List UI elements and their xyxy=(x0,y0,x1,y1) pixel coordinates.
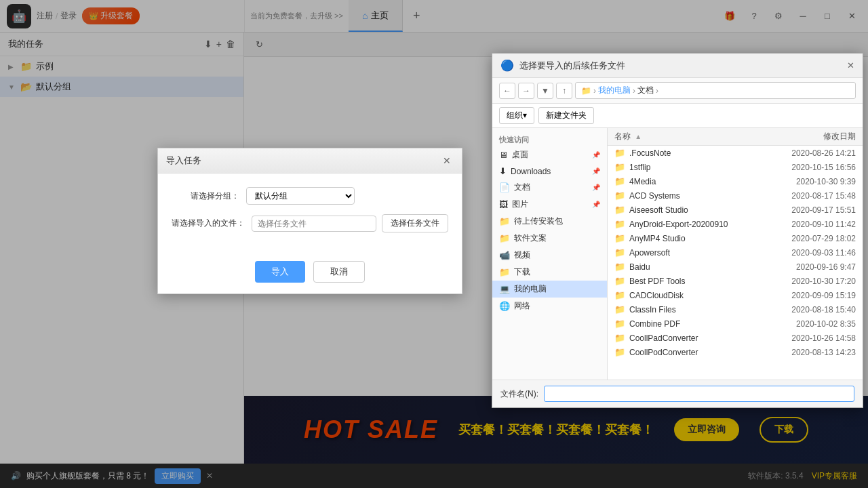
pending-icon: 📁 xyxy=(499,216,510,226)
fb-footer: 文件名(N): xyxy=(492,380,863,407)
file-row[interactable]: 📁 Aiseesoft Studio 2020-09-17 15:51 xyxy=(608,203,863,217)
documents-label: 文档 xyxy=(514,182,530,193)
pictures-label: 图片 xyxy=(512,199,528,210)
file-row[interactable]: 📁 CoollPodConverter 2020-08-13 14:23 xyxy=(608,345,863,359)
folder-icon: 📁 xyxy=(614,276,625,286)
fb-dropdown-button[interactable]: ▼ xyxy=(537,83,553,99)
fb-sidebar-desktop[interactable]: 🖥 桌面 📌 xyxy=(492,146,607,163)
videos-label: 视频 xyxy=(514,249,530,261)
fb-title: 选择要导入的后续任务文件 xyxy=(519,60,842,72)
file-row[interactable]: 📁 Baidu 2020-09-16 9:47 xyxy=(608,260,863,274)
pin-icon-4: 📌 xyxy=(592,201,600,208)
group-label: 请选择分组： xyxy=(172,190,239,202)
import-dialog-footer: 导入 取消 xyxy=(158,256,462,293)
fb-app-icon: 🔵 xyxy=(500,59,514,72)
file-row[interactable]: 📁 Apowersoft 2020-09-03 11:46 xyxy=(608,245,863,260)
col-name-text: 名称 xyxy=(614,131,631,141)
fb-sidebar-videos[interactable]: 📹 视频 xyxy=(492,247,607,264)
fb-back-button[interactable]: ← xyxy=(499,83,515,99)
fb-sidebar-network[interactable]: 🌐 网络 xyxy=(492,298,607,314)
choose-file-button[interactable]: 选择任务文件 xyxy=(382,214,448,232)
file-input[interactable] xyxy=(252,216,376,232)
file-row[interactable]: 📁 AnyMP4 Studio 2020-07-29 18:02 xyxy=(608,231,863,245)
import-dialog-close[interactable]: ✕ xyxy=(440,154,454,167)
fb-main: 快速访问 🖥 桌面 📌 ⬇ Downloads 📌 📄 文档 📌 🖼 图片 📌 xyxy=(492,128,863,380)
cancel-button[interactable]: 取消 xyxy=(313,261,365,283)
group-select[interactable]: 默认分组 xyxy=(246,187,355,205)
file-date: 2020-10-26 14:58 xyxy=(761,333,856,343)
filename-label: 文件名(N): xyxy=(500,388,538,400)
folder-icon: 📁 xyxy=(614,176,625,186)
import-button[interactable]: 导入 xyxy=(255,261,305,283)
folder-icon: 📁 xyxy=(614,290,625,300)
filename-input[interactable] xyxy=(544,386,854,402)
fb-sidebar: 快速访问 🖥 桌面 📌 ⬇ Downloads 📌 📄 文档 📌 🖼 图片 📌 xyxy=(492,128,608,380)
fb-up-button[interactable]: ↑ xyxy=(556,83,572,99)
file-list: 📁 .FocusNote 2020-08-26 14:21 📁 1stflip … xyxy=(608,146,863,359)
folder-icon: 📁 xyxy=(614,148,625,158)
fb-forward-button[interactable]: → xyxy=(518,83,534,99)
file-row[interactable]: 📁 Combine PDF 2020-10-02 8:35 xyxy=(608,317,863,331)
file-row[interactable]: 📁 4Media 2020-10-30 9:39 xyxy=(608,174,863,188)
file-name: .FocusNote xyxy=(629,148,757,158)
file-date: 2020-08-26 14:21 xyxy=(761,148,856,158)
fb-sep1: › xyxy=(593,86,596,96)
folder-icon: 📁 xyxy=(614,205,625,215)
file-row[interactable]: 📁 1stflip 2020-10-15 16:56 xyxy=(608,160,863,174)
fb-sidebar-software-copy[interactable]: 📁 软件文案 xyxy=(492,230,607,247)
fb-new-folder-button[interactable]: 新建文件夹 xyxy=(538,107,594,124)
fb-sep2: › xyxy=(633,86,635,96)
fb-breadcrumb-home[interactable]: 📁 xyxy=(581,86,591,96)
fb-sidebar-downloads[interactable]: ⬇ Downloads 📌 xyxy=(492,163,607,179)
import-dialog: 导入任务 ✕ 请选择分组： 默认分组 请选择导入的文件： 选择任务文件 导入 取… xyxy=(157,148,462,294)
fb-sidebar-pending-install[interactable]: 📁 待上传安装包 xyxy=(492,213,607,230)
file-date: 2020-07-29 18:02 xyxy=(761,234,856,243)
fb-sidebar-dl[interactable]: 📁 下载 xyxy=(492,264,607,281)
file-date: 2020-09-03 11:46 xyxy=(761,248,856,258)
file-name: AnyMP4 Studio xyxy=(629,234,757,243)
file-name: Best PDF Tools xyxy=(629,277,757,286)
file-date: 2020-10-02 8:35 xyxy=(761,319,856,329)
folder-icon: 📁 xyxy=(614,162,625,172)
folder-icon: 📁 xyxy=(614,333,625,343)
group-select-row: 请选择分组： 默认分组 xyxy=(172,187,448,205)
file-row[interactable]: 📁 .FocusNote 2020-08-26 14:21 xyxy=(608,146,863,160)
file-name: 1stflip xyxy=(629,163,757,172)
copy-label: 软件文案 xyxy=(514,232,547,244)
file-name: CoollPadConverter xyxy=(629,333,757,343)
fb-breadcrumb-docs: 文档 xyxy=(637,85,654,96)
import-dialog-title: 导入任务 xyxy=(166,155,201,167)
file-name: CoollPodConverter xyxy=(629,348,757,357)
file-row[interactable]: 📁 ClassIn Files 2020-08-18 15:40 xyxy=(608,302,863,317)
file-name: ClassIn Files xyxy=(629,305,757,314)
file-row[interactable]: 📁 CoollPadConverter 2020-10-26 14:58 xyxy=(608,331,863,345)
mypc-icon: 💻 xyxy=(499,284,510,294)
fb-sidebar-documents[interactable]: 📄 文档 📌 xyxy=(492,179,607,196)
fb-sidebar-pictures[interactable]: 🖼 图片 📌 xyxy=(492,196,607,213)
sort-indicator: ▲ xyxy=(635,133,642,140)
downloads-label: Downloads xyxy=(511,167,551,176)
file-name: Aiseesoft Studio xyxy=(629,205,757,215)
fb-table-header: 名称 ▲ 修改日期 xyxy=(608,128,863,146)
file-date: 2020-09-10 11:42 xyxy=(761,220,856,229)
desktop-label: 桌面 xyxy=(512,149,528,161)
file-row[interactable]: 📁 CADCloudDisk 2020-09-09 15:19 xyxy=(608,288,863,302)
fb-sidebar-mypc[interactable]: 💻 我的电脑 xyxy=(492,281,607,298)
pictures-icon: 🖼 xyxy=(499,199,508,209)
folder-icon: 📁 xyxy=(614,319,625,329)
fb-quick-access-section: 快速访问 xyxy=(492,131,607,146)
file-name: Apowersoft xyxy=(629,248,757,258)
file-name: 4Media xyxy=(629,177,757,186)
fb-breadcrumb-pc[interactable]: 我的电脑 xyxy=(598,85,631,96)
network-label: 网络 xyxy=(514,300,530,312)
file-label: 请选择导入的文件： xyxy=(172,218,245,229)
folder-icon: 📁 xyxy=(614,304,625,314)
file-row[interactable]: 📁 ACD Systems 2020-08-17 15:48 xyxy=(608,188,863,203)
file-row[interactable]: 📁 Best PDF Tools 2020-10-30 17:20 xyxy=(608,274,863,288)
fb-sep3: › xyxy=(656,86,658,96)
dl-label: 下载 xyxy=(514,266,530,278)
fb-breadcrumb: 📁 › 我的电脑 › 文档 › xyxy=(575,82,856,99)
file-row[interactable]: 📁 AnyDroid-Export-20200910 2020-09-10 11… xyxy=(608,217,863,231)
fb-close-button[interactable]: ✕ xyxy=(847,60,854,70)
fb-organize-button[interactable]: 组织▾ xyxy=(499,107,534,124)
